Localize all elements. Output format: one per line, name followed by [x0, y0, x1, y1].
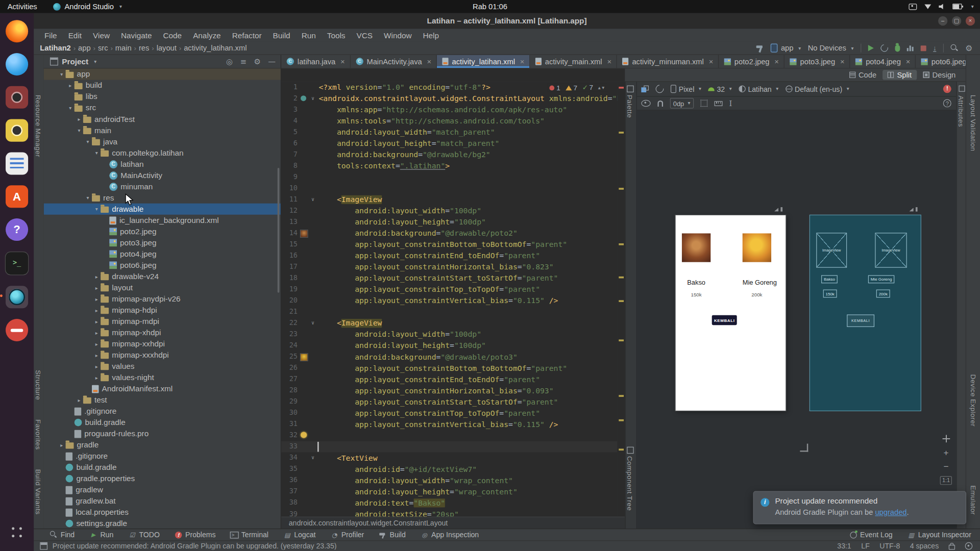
tree-item-settings.gradle[interactable]: settings.gradle	[44, 518, 281, 529]
tree-toggle-icon[interactable]: ▸	[92, 273, 101, 279]
menu-vcs[interactable]: VCS	[351, 31, 379, 40]
code-line-10[interactable]: 10	[281, 183, 618, 194]
project-view-selector[interactable]: Project ▾	[50, 57, 96, 66]
api-level-menu[interactable]: 32 ▾	[708, 85, 731, 93]
menu-edit[interactable]: Edit	[63, 31, 87, 40]
dock-item-writer-icon[interactable]	[6, 152, 28, 174]
code-line-18[interactable]: 18 app:layout_constraintStart_toStartOf=…	[281, 272, 618, 284]
code-line-7[interactable]: 7 android:background="@drawable/bg2"	[281, 149, 618, 160]
dock-item-terminal-icon[interactable]	[5, 252, 29, 275]
code-line-22[interactable]: 22∨ <ImageView	[281, 318, 618, 329]
tree-item-build[interactable]: ▸build	[44, 80, 281, 91]
tree-toggle-icon[interactable]: ▾	[92, 150, 101, 156]
project-scrollbar[interactable]	[278, 168, 280, 293]
locate-file-icon[interactable]: ◎	[226, 57, 233, 66]
code-line-39[interactable]: 39 android:textSize="20sp"	[281, 509, 618, 517]
code-line-4[interactable]: 4 xmlns:tools="http://schemas.android.co…	[281, 115, 618, 127]
orientation-icon[interactable]	[654, 83, 665, 94]
component-tree-tab[interactable]: Component Tree	[626, 447, 634, 511]
apply-changes-icon[interactable]	[879, 43, 889, 53]
code-line-38[interactable]: 38 android:text="Bakso"	[281, 497, 618, 509]
notification-balloon[interactable]: i Project update recommended Android Gra…	[753, 491, 967, 524]
tree-toggle-icon[interactable]: ▾	[66, 105, 75, 111]
warning-stripe-mark[interactable]	[619, 188, 624, 190]
view-options-icon[interactable]	[641, 100, 650, 107]
menu-build[interactable]: Build	[267, 31, 296, 40]
indent-setting[interactable]: 4 spaces	[910, 542, 939, 550]
tool-window-button-eventlog[interactable]: Event Log	[849, 531, 892, 539]
dock-item-android-studio-icon[interactable]	[6, 286, 28, 308]
tree-item-drawable-v24[interactable]: ▸drawable-v24	[44, 271, 281, 282]
code-line-23[interactable]: 23 android:layout_width="100dp"	[281, 329, 618, 340]
breadcrumb-item-main[interactable]: main	[115, 44, 132, 53]
tree-item-build.gradle[interactable]: build.gradle	[44, 462, 281, 473]
close-button[interactable]: ×	[966, 16, 975, 26]
fold-icon[interactable]: ∨	[309, 194, 317, 205]
dock-item-camera-icon[interactable]	[6, 119, 28, 142]
code-line-6[interactable]: 6 android:layout_height="match_parent"	[281, 138, 618, 149]
tool-window-button-find[interactable]: Find	[50, 531, 75, 539]
readonly-lock-icon[interactable]	[949, 544, 955, 549]
tree-item-androidtest[interactable]: ▸androidTest	[44, 114, 281, 125]
module-selector[interactable]: app ▾	[771, 44, 801, 53]
tree-item-src[interactable]: ▾src	[44, 103, 281, 114]
tool-window-button-layoutinspector[interactable]: Layout Inspector	[908, 531, 971, 539]
editor-tab-activity-minuman.xml[interactable]: activity_minuman.xml×	[617, 55, 719, 68]
code-line-24[interactable]: 24 android:layout_height="100dp"	[281, 340, 618, 352]
dock-item-software-icon[interactable]	[6, 185, 28, 208]
caret-position[interactable]: 33:1	[837, 542, 851, 550]
tree-item-ic-launcher-background.xml[interactable]: ic_launcher_background.xml	[44, 215, 281, 226]
error-stripe-mark[interactable]	[619, 87, 624, 89]
code-line-11[interactable]: 11∨ <ImageView	[281, 194, 618, 205]
default-margins-menu[interactable]: 0dp ▾	[670, 98, 694, 109]
tree-toggle-icon[interactable]: ▸	[66, 83, 75, 88]
code-line-9[interactable]: 9	[281, 171, 618, 183]
tree-item-gradlew[interactable]: gradlew	[44, 484, 281, 495]
code-line-25[interactable]: 25 android:background="@drawable/poto3"	[281, 352, 618, 363]
tree-item-gradle.properties[interactable]: gradle.properties	[44, 473, 281, 484]
maximize-button[interactable]: ▢	[952, 16, 961, 26]
tree-item-poto2.jpeg[interactable]: poto2.jpeg	[44, 226, 281, 237]
tree-item-mipmap-xhdpi[interactable]: ▸mipmap-xhdpi	[44, 327, 281, 338]
tree-item-values-night[interactable]: ▸values-night	[44, 372, 281, 383]
theme-menu[interactable]: Latihan ▾	[739, 85, 778, 93]
design-errors-icon[interactable]: !	[943, 85, 951, 93]
tab-close-icon[interactable]: ×	[840, 57, 845, 66]
tree-item-values[interactable]: ▸values	[44, 361, 281, 372]
tree-toggle-icon[interactable]: ▸	[92, 352, 101, 358]
tree-item-gradle[interactable]: ▸gradle	[44, 439, 281, 450]
warning-stripe-mark[interactable]	[619, 243, 624, 245]
collapse-all-icon[interactable]: ≡	[240, 57, 246, 66]
upgrade-link[interactable]: upgraded	[875, 508, 906, 517]
tree-toggle-icon[interactable]: ▾	[84, 195, 92, 201]
tab-close-icon[interactable]: ×	[340, 57, 345, 66]
autoconnect-magnet-icon[interactable]	[657, 100, 663, 106]
system-tray[interactable]: ▾	[909, 4, 980, 10]
device-selector[interactable]: No Devices ▾	[808, 44, 854, 53]
code-line-8[interactable]: 8 tools:context=".latihan">	[281, 160, 618, 171]
breadcrumb-item-src[interactable]: src	[98, 44, 108, 53]
editor-tab-mainactivity.java[interactable]: MainActivity.java×	[351, 55, 437, 68]
dock-item-show-apps-icon[interactable]	[6, 521, 28, 543]
breadcrumb-item-latihan2[interactable]: Latihan2	[40, 44, 70, 53]
file-encoding[interactable]: UTF-8	[879, 542, 900, 550]
tree-item-minuman[interactable]: minuman	[44, 181, 281, 192]
status-message[interactable]: Project update recommended: Android Grad…	[53, 542, 837, 550]
code-line-37[interactable]: 37 android:layout_height="wrap_content"	[281, 486, 618, 497]
code-line-21[interactable]: 21	[281, 307, 618, 318]
code-line-35[interactable]: 35 android:id="@+id/textView7"	[281, 464, 618, 475]
run-button[interactable]	[868, 45, 874, 51]
editor-breadcrumb[interactable]: androidx.constraintlayout.widget.Constra…	[281, 517, 625, 529]
text-cursor-icon[interactable]: I	[729, 99, 732, 107]
line-ending[interactable]: LF	[861, 542, 869, 550]
tree-toggle-icon[interactable]: ▸	[92, 330, 101, 335]
highlighting-level-icon[interactable]	[965, 542, 973, 550]
dock-item-screenshot-icon[interactable]	[6, 86, 28, 109]
gear-icon[interactable]: ⚙	[965, 44, 972, 52]
pan-icon[interactable]	[942, 435, 950, 443]
tool-stripe-build-variants[interactable]: Build Variants	[34, 469, 42, 515]
breadcrumb-item-activity-latihan.xml[interactable]: activity_latihan.xml	[184, 44, 247, 53]
profile-button[interactable]	[907, 45, 914, 51]
tree-item-com.poltekgo.latihan[interactable]: ▾com.poltekgo.latihan	[44, 147, 281, 159]
window-titlebar[interactable]: Latihan – activity_latihan.xml [Latihan.…	[34, 13, 980, 30]
